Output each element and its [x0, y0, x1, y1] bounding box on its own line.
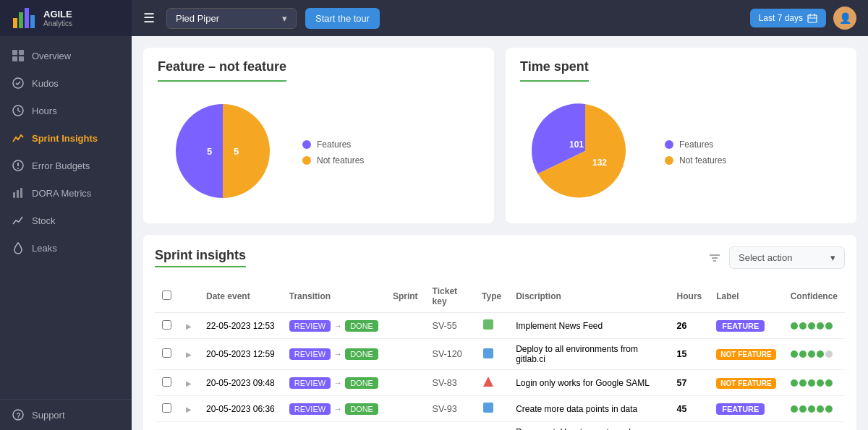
table-row: ▶ 20-05-2023 06:36 REVIEW → DONE SV-93 C… [155, 396, 845, 422]
badge-review: REVIEW [289, 377, 331, 389]
svg-rect-32 [483, 348, 493, 358]
sidebar-item-kudos[interactable]: Kudos [0, 69, 132, 97]
sidebar-item-stock[interactable]: Stock [0, 207, 132, 234]
table-row: ▶ 22-05-2023 12:53 REVIEW → DONE SV-55 I… [155, 313, 845, 339]
sidebar-nav: Overview Kudos Hours Sprint Insights Err… [0, 36, 132, 399]
logo-text: AGILE Analytics [43, 9, 72, 27]
row-type-icon [475, 396, 509, 422]
sprint-header: Sprint insights Select action ▾ [155, 246, 845, 269]
confidence-dot [817, 379, 824, 387]
row-checkbox[interactable] [162, 320, 171, 330]
logo: AGILE Analytics [0, 0, 132, 36]
confidence-dot [791, 379, 798, 387]
date-filter[interactable]: Last 7 days [750, 9, 826, 27]
svg-rect-5 [19, 50, 24, 55]
row-checkbox[interactable] [162, 348, 171, 358]
expand-arrow[interactable]: ▶ [186, 379, 192, 387]
legend-not-features-label: Not features [317, 155, 364, 165]
confidence-dot [799, 379, 807, 387]
support-label: Support [32, 410, 65, 421]
sprint-section-title: Sprint insights [155, 248, 246, 267]
badge-done: DONE [345, 377, 378, 389]
sidebar-item-leaks[interactable]: Leaks [0, 234, 132, 262]
stock-icon [12, 214, 25, 227]
row-hours: 57 [670, 370, 710, 396]
menu-toggle[interactable]: ☰ [143, 10, 155, 26]
svg-rect-3 [30, 15, 35, 28]
feature-chart-card: Feature – not feature 5 5 [143, 48, 494, 223]
sidebar-item-hours[interactable]: Hours [0, 97, 132, 124]
sidebar-item-error-label: Error Budgets [32, 160, 90, 171]
svg-rect-16 [17, 190, 19, 198]
feature-chart-content: 5 5 Features Not features [158, 93, 480, 212]
col-sprint: Sprint [386, 280, 425, 313]
svg-rect-1 [19, 12, 23, 28]
avatar[interactable]: 👤 [833, 7, 856, 30]
row-description: Document: How to create and use service … [509, 422, 669, 431]
row-checkbox[interactable] [162, 403, 171, 413]
svg-text:5: 5 [234, 146, 239, 157]
feature-chart-title: Feature – not feature [158, 59, 286, 82]
row-ticket[interactable]: SV-68 [425, 422, 475, 431]
sidebar-item-overview-label: Overview [32, 51, 71, 61]
project-name: Pied Piper [176, 13, 219, 24]
row-ticket[interactable]: SV-120 [425, 339, 475, 370]
svg-rect-17 [20, 188, 22, 198]
svg-rect-6 [12, 56, 17, 61]
table-row: ▶ 20-05-2023 03:24 REVIEW → DONE SV-68 D… [155, 422, 845, 431]
row-date: 20-05-2023 06:36 [199, 396, 282, 422]
support-link[interactable]: ? Support [12, 408, 120, 421]
feature-legend: Features Not features [302, 139, 364, 165]
sidebar-item-dora-label: DORA Metrics [32, 188, 91, 199]
transition-arrow: → [333, 378, 342, 388]
tour-button[interactable]: Start the tour [305, 8, 380, 29]
leaks-icon [12, 241, 25, 254]
row-description: Login only works for Google SAML [509, 370, 669, 396]
col-transition: Transition [282, 280, 386, 313]
expand-arrow[interactable]: ▶ [186, 405, 192, 413]
sidebar-item-error-budgets[interactable]: Error Budgets [0, 152, 132, 179]
dora-icon [12, 186, 25, 199]
time-legend-not-features: Not features [665, 155, 726, 165]
sidebar-item-overview[interactable]: Overview [0, 42, 132, 69]
time-chart-content: 101 132 Features Not features [520, 93, 842, 212]
row-ticket[interactable]: SV-83 [425, 370, 475, 396]
col-label: Label [709, 280, 783, 313]
svg-rect-4 [12, 50, 17, 55]
svg-rect-33 [483, 403, 493, 413]
sidebar-item-dora[interactable]: DORA Metrics [0, 179, 132, 207]
row-ticket[interactable]: SV-93 [425, 396, 475, 422]
sidebar-item-sprint-insights[interactable]: Sprint Insights [0, 124, 132, 152]
row-sprint [386, 313, 425, 339]
svg-text:132: 132 [592, 158, 607, 168]
row-type-icon [475, 313, 509, 339]
row-transition: REVIEW → DONE [282, 396, 386, 422]
confidence-dot [791, 322, 798, 330]
row-ticket[interactable]: SV-55 [425, 313, 475, 339]
overview-icon [12, 49, 25, 62]
transition-arrow: → [333, 404, 342, 414]
row-description: Create more data points in data [509, 396, 669, 422]
project-selector[interactable]: Pied Piper ▾ [166, 8, 297, 29]
sprint-table-wrap: Date event Transition Sprint Ticket key … [155, 280, 845, 430]
confidence-dot [808, 322, 815, 330]
row-date: 20-05-2023 03:24 [199, 422, 282, 431]
confidence-dot [825, 322, 833, 330]
confidence-dot [808, 351, 815, 358]
legend-dot-not-features [302, 156, 311, 165]
expand-arrow[interactable]: ▶ [186, 322, 192, 330]
action-select[interactable]: Select action ▾ [729, 246, 845, 269]
svg-rect-20 [808, 15, 817, 22]
expand-arrow[interactable]: ▶ [186, 351, 192, 358]
col-description: Discription [509, 280, 669, 313]
action-select-chevron: ▾ [830, 252, 835, 263]
confidence-dot [817, 351, 824, 358]
select-all-checkbox[interactable] [162, 291, 171, 300]
svg-rect-0 [13, 18, 17, 28]
row-type-icon [475, 339, 509, 370]
svg-point-14 [17, 168, 19, 169]
row-confidence [783, 396, 845, 422]
row-checkbox[interactable] [162, 377, 171, 387]
filter-icon[interactable] [707, 251, 722, 265]
confidence-dot [799, 322, 807, 330]
